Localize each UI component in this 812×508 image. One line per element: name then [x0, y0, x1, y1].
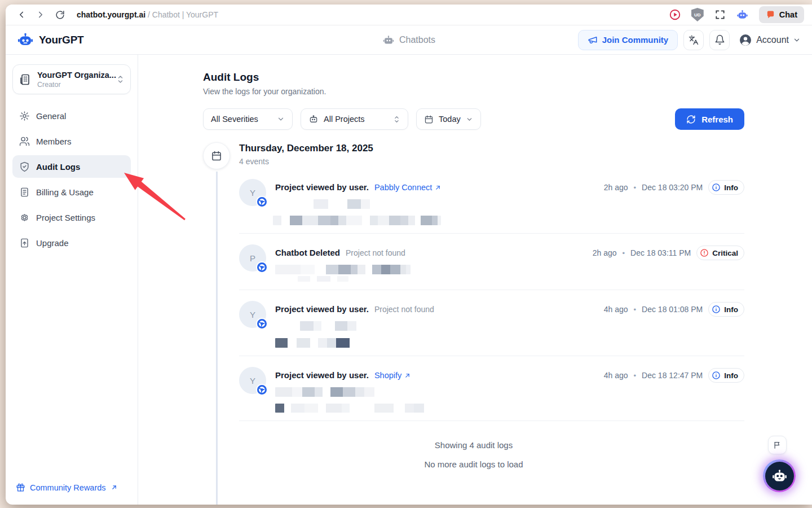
- notifications-button[interactable]: [709, 30, 730, 50]
- event-timestamp: Dec 18 12:47 PM: [642, 371, 703, 380]
- info-icon: [712, 371, 721, 380]
- forward-icon[interactable]: [33, 7, 48, 23]
- refresh-label: Refresh: [701, 115, 733, 124]
- audit-log-row: Y Project viewed by user. Pabbly Connect: [239, 168, 744, 234]
- account-avatar-icon: [739, 33, 752, 47]
- brand-name: YourGPT: [39, 34, 84, 46]
- chatbot-widget-circle: [765, 462, 794, 491]
- sidebar-item-billing-usage[interactable]: Billing & Usage: [12, 181, 131, 203]
- brand-logo[interactable]: YourGPT: [17, 32, 84, 48]
- audit-log-row: P Chatbot Deleted Project not found 2h a…: [239, 234, 744, 290]
- event-title: Project viewed by user.: [275, 182, 369, 192]
- external-link-icon: [111, 484, 118, 491]
- filters-bar: All Severities All Projects Today Refres…: [203, 108, 744, 130]
- app-header: YourGPT Chatbots Join Community Account: [6, 25, 812, 55]
- chrome-source-icon: [256, 384, 268, 396]
- page-title: Audit Logs: [203, 71, 744, 84]
- upgrade-icon: [19, 238, 30, 248]
- chevron-down-icon: [466, 116, 473, 123]
- redacted-text: [275, 387, 388, 397]
- severity-filter[interactable]: All Severities: [203, 108, 293, 130]
- external-link-icon: [434, 184, 442, 191]
- refresh-icon: [686, 115, 696, 124]
- join-community-button[interactable]: Join Community: [578, 30, 678, 50]
- sidebar-item-project-settings[interactable]: Project Settings: [12, 206, 131, 229]
- event-project-link[interactable]: Pabbly Connect: [374, 183, 442, 192]
- project-filter[interactable]: All Projects: [301, 108, 408, 130]
- billing-document-icon: [19, 187, 30, 198]
- flag-icon: [773, 441, 782, 449]
- translate-button[interactable]: [683, 30, 704, 50]
- date-filter[interactable]: Today: [416, 108, 481, 130]
- day-date: Thursday, December 18, 2025: [239, 143, 744, 154]
- url-bar[interactable]: chatbot.yourgpt.ai / Chatbot | YourGPT: [77, 10, 218, 19]
- organization-selector[interactable]: YourGPT Organiza... Creator: [12, 64, 131, 94]
- browser-toolbar: chatbot.yourgpt.ai / Chatbot | YourGPT U…: [6, 5, 812, 25]
- community-rewards-link[interactable]: Community Rewards: [12, 478, 131, 497]
- shield-check-icon: [19, 161, 30, 172]
- sidebar-item-members[interactable]: Members: [12, 130, 131, 152]
- join-community-label: Join Community: [602, 35, 669, 45]
- info-icon: [712, 305, 721, 314]
- redacted-text: [273, 216, 441, 225]
- sidebar-item-label: Project Settings: [36, 213, 95, 222]
- chevron-down-icon: [277, 115, 285, 123]
- record-extension-icon[interactable]: [668, 7, 682, 22]
- sidebar-item-general[interactable]: General: [12, 104, 131, 127]
- feedback-flag-button[interactable]: [768, 436, 787, 454]
- organization-icon: [19, 73, 32, 86]
- event-timestamp: Dec 18 01:08 PM: [642, 305, 703, 314]
- chatbot-icon: [308, 114, 319, 124]
- yourgpt-extension-icon[interactable]: [735, 7, 750, 22]
- event-timestamp: Dec 18 03:20 PM: [642, 183, 703, 192]
- severity-badge: Info: [708, 368, 744, 383]
- avatar: Y: [239, 179, 266, 206]
- audit-log-row: Y Project viewed by user. Shopify: [239, 356, 744, 421]
- nav-chatbots-label: Chatbots: [399, 35, 435, 45]
- community-rewards-label: Community Rewards: [30, 483, 106, 492]
- chat-label: Chat: [779, 10, 797, 19]
- date-filter-value: Today: [439, 115, 461, 124]
- redacted-text: [298, 276, 348, 282]
- chat-extension-button[interactable]: Chat: [759, 6, 804, 23]
- chrome-source-icon: [256, 261, 268, 273]
- sidebar-item-label: Members: [36, 137, 72, 146]
- chatbot-widget-button[interactable]: [763, 459, 796, 492]
- event-project-link[interactable]: Shopify: [374, 371, 411, 380]
- organization-role: Creator: [37, 81, 111, 89]
- sidebar: YourGPT Organiza... Creator General Memb…: [6, 55, 138, 505]
- megaphone-icon: [588, 35, 598, 45]
- chevrons-up-down-icon: [393, 115, 400, 124]
- account-label: Account: [756, 35, 789, 45]
- nav-chatbots[interactable]: Chatbots: [382, 34, 435, 46]
- bell-icon: [714, 34, 725, 45]
- event-note: Project not found: [374, 305, 434, 314]
- project-filter-value: All Projects: [324, 115, 365, 124]
- sidebar-item-upgrade[interactable]: Upgrade: [12, 231, 131, 254]
- fullscreen-capture-icon[interactable]: [713, 7, 727, 22]
- refresh-button[interactable]: Refresh: [675, 108, 744, 130]
- event-time-ago: 4h ago: [604, 305, 628, 314]
- event-time-ago: 2h ago: [593, 248, 617, 257]
- back-icon[interactable]: [14, 7, 29, 23]
- reload-icon[interactable]: [52, 7, 68, 23]
- chat-bubble-icon: [766, 10, 775, 20]
- calendar-icon: [424, 115, 434, 124]
- alert-circle-icon: [700, 248, 709, 257]
- redacted-text: [314, 199, 398, 209]
- sidebar-item-audit-logs[interactable]: Audit Logs: [12, 155, 131, 178]
- avatar: Y: [239, 301, 266, 328]
- chevron-down-icon: [793, 36, 801, 44]
- yourgpt-logo-icon: [17, 32, 34, 48]
- account-menu[interactable]: Account: [739, 33, 801, 47]
- event-title: Project viewed by user.: [275, 370, 369, 380]
- adblock-extension-icon[interactable]: UD: [690, 7, 705, 22]
- settings-gear-icon: [19, 212, 30, 223]
- severity-badge: Critical: [696, 246, 744, 260]
- redacted-text: [275, 338, 360, 348]
- event-time-ago: 4h ago: [604, 371, 628, 380]
- page-subtitle: View the logs for your organization.: [203, 87, 744, 96]
- redacted-text: [275, 265, 411, 274]
- chrome-source-icon: [256, 196, 268, 208]
- main-content: Audit Logs View the logs for your organi…: [138, 55, 812, 505]
